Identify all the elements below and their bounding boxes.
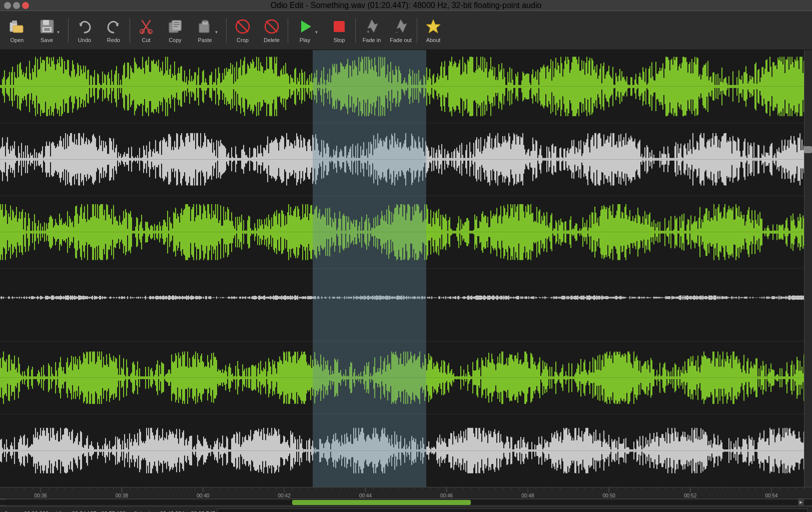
hscroll-thumb[interactable]	[292, 500, 471, 505]
svg-marker-25	[301, 21, 311, 33]
svg-text:-: -	[396, 29, 397, 35]
save-icon	[38, 18, 56, 36]
about-label: About	[426, 37, 441, 43]
save-label: Save	[41, 37, 53, 43]
hscroll-right-button[interactable]: ▶	[798, 498, 804, 506]
horizontal-scrollbar[interactable]: ◀ ▶	[0, 498, 812, 506]
selection-label: Selection:	[134, 510, 158, 513]
play-label: Play	[300, 37, 310, 43]
view-value: 00:34.187 - 00:55.128	[72, 510, 126, 513]
svg-marker-29	[397, 20, 407, 33]
waveform-canvas[interactable]	[0, 50, 804, 487]
fade-in-label: Fade in	[363, 37, 381, 43]
cut-label: Cut	[142, 37, 150, 43]
view-label: View:	[57, 510, 70, 513]
waveform-container[interactable]	[0, 50, 812, 487]
vscroll-thumb[interactable]	[804, 146, 812, 153]
svg-text:+: +	[367, 29, 370, 35]
cut-button[interactable]: Cut	[132, 14, 160, 48]
fade-in-icon: +	[363, 18, 381, 36]
svg-rect-20	[203, 20, 207, 22]
paste-button[interactable]: Paste ▼	[190, 14, 224, 48]
close-button[interactable]	[22, 2, 29, 9]
fade-in-button[interactable]: + Fade in	[358, 14, 386, 48]
minimize-button[interactable]	[4, 2, 11, 9]
delete-label: Delete	[264, 37, 280, 43]
window-title: Odio Edit - Something.wav (01:20.447): 4…	[271, 1, 542, 10]
open-icon	[8, 18, 26, 36]
cursor-value: 00:00.000	[24, 510, 49, 513]
toolbar-separator-3	[226, 18, 227, 43]
statusbar: Cursor: 00:00.000 View: 00:34.187 - 00:5…	[0, 506, 812, 512]
paste-icon	[196, 18, 214, 36]
crop-button[interactable]: Crop	[229, 14, 257, 48]
svg-rect-4	[43, 20, 49, 25]
svg-line-24	[266, 21, 277, 32]
about-icon	[424, 18, 442, 36]
stop-button[interactable]: Stop	[325, 14, 353, 48]
timeline-ruler	[0, 487, 812, 498]
copy-icon	[166, 18, 184, 36]
svg-rect-6	[44, 28, 50, 31]
svg-rect-26	[334, 21, 345, 32]
toolbar-separator-4	[288, 18, 288, 43]
paste-label: Paste	[198, 37, 212, 43]
titlebar: Odio Edit - Something.wav (01:20.447): 4…	[0, 0, 812, 11]
crop-icon	[234, 18, 252, 36]
play-button[interactable]: Play ▼	[290, 14, 324, 48]
selection-value: 00:43.884 + 00:03.545	[160, 510, 215, 513]
redo-label: Redo	[107, 37, 120, 43]
undo-label: Undo	[78, 37, 91, 43]
svg-rect-1	[12, 21, 17, 24]
svg-rect-16	[174, 24, 180, 25]
copy-label: Copy	[169, 37, 182, 43]
fade-out-label: Fade out	[390, 37, 411, 43]
open-button[interactable]: Open	[3, 14, 31, 48]
svg-rect-2	[13, 26, 23, 33]
play-icon	[296, 18, 314, 36]
redo-icon	[105, 18, 123, 36]
delete-icon	[263, 18, 281, 36]
svg-line-22	[237, 21, 248, 32]
undo-button[interactable]: Undo	[71, 14, 99, 48]
copy-button[interactable]: Copy	[161, 14, 189, 48]
toolbar-separator-5	[355, 18, 356, 43]
stop-icon	[330, 18, 348, 36]
delete-button[interactable]: Delete	[258, 14, 286, 48]
open-label: Open	[11, 37, 24, 43]
svg-rect-17	[174, 26, 178, 27]
svg-marker-31	[426, 20, 440, 33]
about-button[interactable]: About	[419, 14, 447, 48]
toolbar-separator-2	[130, 18, 130, 43]
hscroll-track	[0, 500, 812, 505]
fade-out-icon: -	[392, 18, 410, 36]
crop-label: Crop	[237, 37, 249, 43]
statusbar-input[interactable]	[217, 508, 808, 513]
svg-rect-15	[174, 22, 180, 23]
cursor-label: Cursor:	[4, 510, 22, 513]
fade-out-button[interactable]: - Fade out	[387, 14, 415, 48]
toolbar-separator-1	[68, 18, 69, 43]
ruler-canvas	[0, 487, 812, 498]
toolbar-separator-6	[417, 18, 417, 43]
cut-icon	[137, 18, 155, 36]
undo-icon	[76, 18, 94, 36]
save-button[interactable]: Save ▼	[32, 14, 66, 48]
vertical-scrollbar[interactable]	[804, 50, 812, 487]
redo-button[interactable]: Redo	[100, 14, 128, 48]
maximize-button[interactable]	[13, 2, 20, 9]
stop-label: Stop	[334, 37, 345, 43]
toolbar: Open Save ▼ Undo	[0, 11, 812, 50]
